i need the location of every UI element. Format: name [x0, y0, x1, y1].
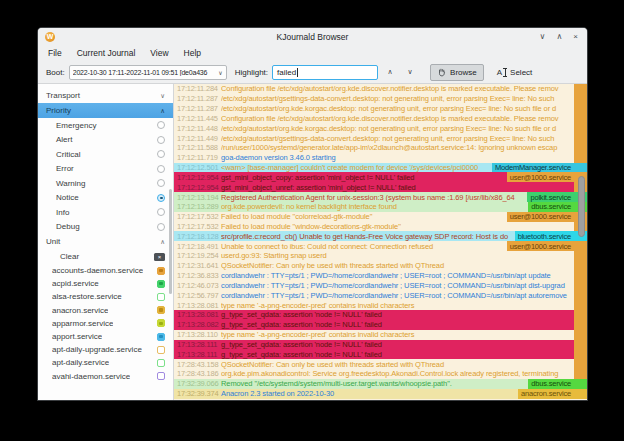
log-row[interactable]: 17:13:28.111g_type_set_qdata: assertion …: [174, 349, 587, 359]
priority-radio[interactable]: [157, 136, 165, 144]
priority-radio[interactable]: [157, 223, 165, 231]
log-row[interactable]: 17:28:43.158QSocketNotifier: Can only be…: [174, 359, 587, 369]
unit-item-accounts-daemon-service[interactable]: accounts-daemon.service: [38, 264, 173, 277]
priority-label: Debug: [56, 222, 80, 231]
log-message: Failed to load module "window-decoration…: [221, 222, 574, 231]
priority-item-warning[interactable]: Warning: [38, 176, 173, 191]
log-row[interactable]: 17:12:12.501<warn> [base-manager] couldn…: [174, 163, 587, 173]
priority-item-notice[interactable]: Notice: [38, 191, 173, 206]
log-timestamp: 17:12:11.719: [174, 153, 221, 162]
log-row[interactable]: 17:12:13.194Registered Authentication Ag…: [174, 192, 587, 202]
unit-checkbox[interactable]: [157, 319, 165, 327]
unit-checkbox[interactable]: [157, 280, 165, 288]
log-row[interactable]: 17:12:11.448/etc/xdg/autostart/org.kde.k…: [174, 123, 587, 133]
log-row[interactable]: 17:12:31.641QSocketNotifier: Can only be…: [174, 261, 587, 271]
priority-item-critical[interactable]: Critical: [38, 147, 173, 162]
log-message: /run/user/1000/systemd/generator.late/ap…: [221, 143, 574, 152]
sidebar-scrollbar-thumb[interactable]: [169, 189, 172, 294]
unit-label: acpid.service: [52, 279, 99, 288]
unit-checkbox[interactable]: [157, 333, 165, 341]
menu-item-help[interactable]: Help: [184, 48, 201, 58]
priority-radio[interactable]: [157, 121, 165, 129]
menu-item-file[interactable]: File: [48, 48, 62, 58]
unit-chip: bluetooth.service: [515, 231, 574, 241]
log-row[interactable]: 17:12:17.532Failed to load module "windo…: [174, 222, 587, 232]
unit-checkbox[interactable]: [157, 267, 165, 275]
log-row[interactable]: 17:12:11.287/etc/xdg/autostart/gsettings…: [174, 94, 587, 104]
unit-checkbox[interactable]: [157, 306, 165, 314]
log-row[interactable]: 17:12:12.954gst_mini_object_unref: asser…: [174, 182, 587, 192]
log-row[interactable]: 17:12:11.284Configuration file /etc/xdg/…: [174, 84, 587, 94]
unit-item-apport-service[interactable]: apport.service: [38, 330, 173, 343]
log-row[interactable]: 17:12:36.833cordlandwehr : TTY=pts/1 ; P…: [174, 271, 587, 281]
unit-item-anacron-service[interactable]: anacron.service: [38, 304, 173, 317]
select-button[interactable]: A Select: [492, 64, 538, 81]
log-row[interactable]: 17:13:28.081type name '-a-png-encoder-pr…: [174, 300, 587, 310]
clear-units-button[interactable]: Clear ×: [38, 249, 173, 264]
log-message: org.kde.powerdevil: no kernel backlight …: [221, 202, 528, 211]
unit-item-alsa-restore-service[interactable]: alsa-restore.service: [38, 290, 173, 303]
priority-item-error[interactable]: Error: [38, 162, 173, 177]
log-row[interactable]: 17:12:18.128src/profile.c:record_cb() Un…: [174, 231, 587, 241]
minimize-icon[interactable]: ∨: [540, 28, 546, 45]
log-row[interactable]: 17:12:11.445Configuration file /etc/xdg/…: [174, 113, 587, 123]
log-row[interactable]: 17:13:28.111g_type_set_qdata: assertion …: [174, 340, 587, 350]
close-icon[interactable]: ×: [573, 28, 578, 45]
log-row[interactable]: 17:12:11.719goa-daemon version 3.46.0 st…: [174, 153, 587, 163]
log-row[interactable]: 17:12:18.491Unable to connect to ibus: C…: [174, 241, 587, 251]
priority-radio[interactable]: [157, 150, 165, 158]
title-bar[interactable]: W KJournald Browser ∨ ∧ ×: [38, 28, 587, 45]
log-row[interactable]: 17:12:17.532Failed to load module "color…: [174, 212, 587, 222]
priority-item-debug[interactable]: Debug: [38, 220, 173, 235]
log-scrollbar-thumb[interactable]: [578, 176, 585, 237]
unit-checkbox[interactable]: [157, 359, 165, 367]
log-row[interactable]: 17:32:39.066Removed "/etc/systemd/system…: [174, 379, 587, 389]
priority-radio[interactable]: [157, 165, 165, 173]
log-row[interactable]: 17:28:43.186org.kde.pim.akonadicontrol: …: [174, 369, 587, 379]
unit-checkbox[interactable]: [157, 372, 165, 380]
log-row[interactable]: 17:12:12.954gst_mini_object_copy: assert…: [174, 172, 587, 182]
log-timestamp: 17:12:12.954: [174, 183, 221, 192]
log-timestamp: 17:12:46.073: [174, 281, 221, 290]
unit-chip: dbus.service: [528, 379, 574, 389]
previous-match-button[interactable]: ∧: [382, 64, 398, 80]
log-row[interactable]: 17:12:19.254userd.go:93: Starting snap u…: [174, 251, 587, 261]
maximize-icon[interactable]: ∧: [556, 28, 562, 45]
menu-item-view[interactable]: View: [150, 48, 168, 58]
unit-chip: user@1000.service: [507, 212, 574, 222]
log-row[interactable]: 17:12:11.588/run/user/1000/systemd/gener…: [174, 143, 587, 153]
priority-item-alert[interactable]: Alert: [38, 133, 173, 148]
unit-color-strip: [574, 359, 587, 369]
browse-button[interactable]: Browse: [430, 64, 484, 81]
log-row[interactable]: 17:13:28.081g_type_set_qdata: assertion …: [174, 310, 587, 320]
highlight-input[interactable]: failed: [272, 65, 378, 80]
priority-radio[interactable]: [157, 179, 165, 187]
priority-item-info[interactable]: Info: [38, 205, 173, 220]
priority-radio[interactable]: [157, 194, 165, 202]
section-unit[interactable]: Unit ∧: [38, 234, 173, 249]
unit-item-apt-daily-upgrade-service[interactable]: apt-daily-upgrade.service: [38, 343, 173, 356]
log-row[interactable]: 17:12:11.287/etc/xdg/autostart/org.kde.k…: [174, 104, 587, 114]
section-transport[interactable]: Transport ∨: [38, 88, 173, 103]
menu-item-current-journal[interactable]: Current Journal: [77, 48, 136, 58]
unit-color-strip: [574, 251, 587, 261]
log-row[interactable]: 17:12:11.449/etc/xdg/autostart/gsettings…: [174, 133, 587, 143]
log-row[interactable]: 17:13:28.110type name '-a-png-encoder-pr…: [174, 330, 587, 340]
log-row[interactable]: 17:12:46.073cordlandwehr : TTY=pts/1 ; P…: [174, 281, 587, 291]
unit-item-acpid-service[interactable]: acpid.service: [38, 277, 173, 290]
log-row[interactable]: 17:32:39.374Anacron 2.3 started on 2022-…: [174, 389, 587, 399]
unit-checkbox[interactable]: [157, 346, 165, 354]
priority-radio[interactable]: [157, 208, 165, 216]
priority-item-emergency[interactable]: Emergency: [38, 118, 173, 133]
log-row[interactable]: 17:12:13.289org.kde.powerdevil: no kerne…: [174, 202, 587, 212]
boot-selector[interactable]: 2022-10-30 17:11-2022-11-01 09:51 [de0a4…: [69, 65, 227, 80]
unit-checkbox[interactable]: [157, 293, 165, 301]
unit-item-apparmor-service[interactable]: apparmor.service: [38, 317, 173, 330]
unit-item-apt-daily-service[interactable]: apt-daily.service: [38, 356, 173, 369]
log-row[interactable]: 17:12:56.797cordlandwehr : TTY=pts/1 ; P…: [174, 290, 587, 300]
log-row[interactable]: 17:13:28.082g_type_set_qdata: assertion …: [174, 320, 587, 330]
next-match-button[interactable]: ∨: [402, 64, 418, 80]
section-priority[interactable]: Priority ∧: [38, 103, 173, 118]
unit-item-avahi-daemon-service[interactable]: avahi-daemon.service: [38, 370, 173, 383]
unit-color-strip: [574, 320, 587, 330]
